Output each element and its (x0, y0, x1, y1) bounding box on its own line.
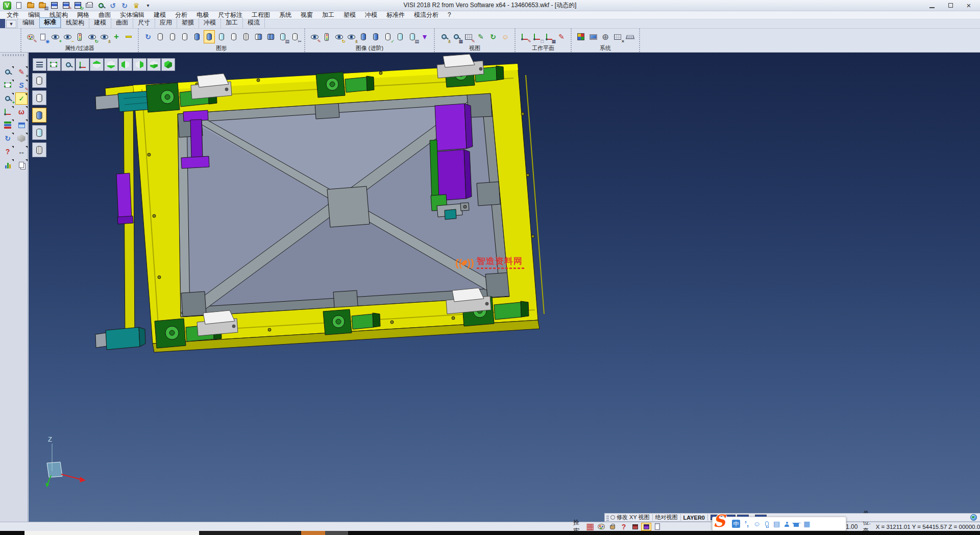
menu-标准件[interactable]: 标准件 (382, 11, 409, 19)
cyl-outline-icon[interactable] (228, 30, 239, 43)
cone-purple-icon[interactable]: ▼ (419, 30, 430, 43)
eye-pencil-icon[interactable]: ✎ (309, 30, 320, 43)
box-red-icon[interactable] (630, 523, 640, 531)
grid-menu-icon[interactable]: ▦ (803, 520, 810, 528)
cyl-outline-icon[interactable] (167, 30, 178, 43)
check-icon[interactable]: ✓ (15, 92, 28, 105)
grid-x-icon[interactable]: × (612, 30, 623, 43)
traffic-light-icon[interactable] (321, 30, 332, 43)
globe-icon[interactable] (970, 514, 977, 521)
cyl-outline-icon[interactable] (155, 30, 166, 43)
cube-right-icon[interactable] (133, 58, 146, 71)
taskbar-active-app-segment[interactable] (301, 531, 325, 535)
cube-front-icon[interactable] (147, 58, 161, 71)
page-eye-icon[interactable]: ◉ (37, 30, 48, 43)
tab-塑膜[interactable]: 塑膜 (177, 18, 199, 28)
punctuation-icon[interactable]: ’, (745, 520, 749, 528)
print-icon[interactable] (84, 1, 94, 10)
plus-green-icon[interactable]: + (111, 30, 122, 43)
menu-塑模[interactable]: 塑模 (339, 11, 360, 19)
emoji-icon[interactable]: ☺ (753, 520, 761, 528)
cube-bottom-icon[interactable] (104, 58, 118, 71)
menu-冲模[interactable]: 冲模 (360, 11, 382, 19)
zoom-lens-icon[interactable] (61, 58, 75, 71)
measure-icon[interactable]: ↔ (15, 145, 28, 158)
cube-top-icon[interactable] (90, 58, 104, 71)
strip-grip[interactable] (606, 515, 609, 521)
new-doc-icon[interactable] (14, 1, 24, 10)
cyl-check-icon[interactable]: ✓ (382, 30, 394, 43)
chart-icon[interactable] (2, 159, 14, 171)
axis-grid-icon[interactable]: ▦ (544, 30, 555, 43)
tab-应用[interactable]: 应用 (155, 18, 177, 28)
refresh-blue-icon[interactable]: ↻ (2, 132, 14, 144)
close-button[interactable]: × (960, 1, 978, 11)
ime-language-mode[interactable]: 中 (732, 520, 740, 528)
cube-gray-icon[interactable] (15, 132, 28, 144)
grid-ruler-icon[interactable]: ✎ (463, 30, 474, 43)
eye-minus-icon[interactable]: − (62, 30, 73, 43)
tab-加工[interactable]: 加工 (220, 18, 242, 28)
cyl-striped-icon[interactable] (240, 30, 252, 43)
pencil-red-icon[interactable]: ✎ (556, 30, 567, 43)
pencil-x-icon[interactable]: ✎× (15, 66, 28, 78)
dropdown-icon[interactable]: ▾ (143, 1, 153, 10)
cyl-lightblue-icon[interactable] (32, 125, 46, 140)
pencil-green-icon[interactable]: ✎ (475, 30, 486, 43)
tab-dropdown-button[interactable]: ▼ (6, 20, 16, 28)
pages-icon[interactable] (15, 159, 28, 171)
cube-iso-icon[interactable] (161, 58, 175, 71)
palette-yellow-icon[interactable] (596, 523, 606, 531)
grid-colors-icon[interactable] (575, 30, 586, 43)
refresh-green-icon[interactable]: ↻ (487, 30, 499, 43)
menu-系统[interactable]: 系统 (275, 11, 296, 19)
question-icon[interactable]: ? (2, 145, 14, 158)
lens-plusminus-icon[interactable]: ± (438, 30, 450, 43)
pencil-s-icon[interactable]: S✎ (15, 79, 28, 91)
taskbar-window-segment[interactable] (24, 531, 199, 535)
cyl-blue-icon[interactable] (358, 30, 369, 43)
menu-视窗[interactable]: 视窗 (296, 11, 317, 19)
window-tile-icon[interactable] (15, 119, 28, 131)
eye-plusminus-icon[interactable]: ± (346, 30, 357, 43)
save-all-icon[interactable]: ↻ (72, 1, 83, 10)
person-icon[interactable] (785, 521, 789, 527)
open-folder-icon[interactable] (26, 1, 36, 10)
books-icon[interactable] (2, 119, 14, 131)
cyl-blue-icon[interactable] (370, 30, 381, 43)
open-copy-icon[interactable]: ▤ (37, 1, 47, 10)
bucket-icon[interactable] (607, 523, 618, 531)
refresh-blue-icon[interactable]: ↻ (142, 30, 154, 43)
cyl-pair-blue-icon[interactable] (265, 30, 276, 43)
axis-triad-icon[interactable] (2, 106, 14, 118)
globe-icon[interactable]: ⊕ (600, 30, 611, 43)
eye-refresh-yellow-icon[interactable]: ↻ (333, 30, 345, 43)
tab-线架构[interactable]: 线架构 (61, 18, 89, 28)
eye-plus-icon[interactable]: + (50, 30, 61, 43)
undo-icon[interactable]: ↺ (108, 1, 118, 10)
axis-triad-icon[interactable] (76, 58, 89, 71)
app-logo-icon[interactable]: V (2, 1, 12, 10)
lens-grid-icon[interactable]: ▦ (451, 30, 462, 43)
cyl-striped-icon[interactable] (32, 142, 46, 157)
cyl-clipboard-icon[interactable]: ▤ (407, 30, 418, 43)
cyl-outline-icon[interactable] (179, 30, 190, 43)
ime-logo-icon[interactable]: S (713, 513, 725, 529)
eye-plusminus-icon[interactable]: ± (99, 30, 110, 43)
cyl-scissors-icon[interactable]: ✂ (289, 30, 301, 43)
lens-sphere-icon[interactable] (2, 66, 14, 78)
minus-yellow-icon[interactable] (123, 30, 134, 43)
tab-尺寸[interactable]: 尺寸 (133, 18, 155, 28)
axis-box-icon[interactable]: □ (531, 30, 543, 43)
frame-select-icon[interactable] (2, 79, 14, 91)
fit-view-icon[interactable] (47, 58, 61, 71)
save-icon[interactable] (49, 1, 59, 10)
menu-?[interactable]: ? (443, 11, 456, 19)
view-lens-icon[interactable] (610, 515, 615, 520)
cube-left-icon[interactable] (118, 58, 132, 71)
microphone-icon[interactable] (765, 521, 769, 526)
preview-icon[interactable] (96, 1, 106, 10)
menu-加工[interactable]: 加工 (317, 11, 339, 19)
eye-refresh-icon[interactable]: ↻ (86, 30, 97, 43)
box-purple-selected-icon[interactable] (641, 523, 651, 531)
